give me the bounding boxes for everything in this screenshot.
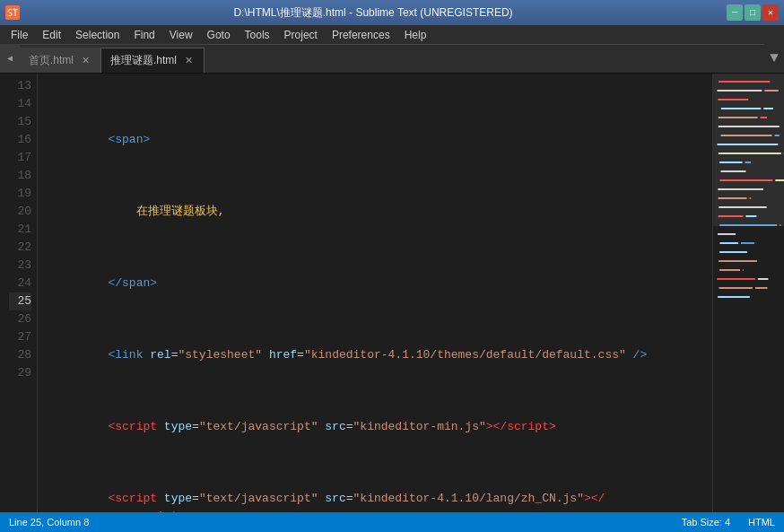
line-num-25: 25 [9, 292, 31, 310]
tab-index-label: 首页.html [29, 53, 74, 68]
code-editor[interactable]: <span> 在推理谜题板块, </span> <link rel="style… [38, 74, 712, 512]
tab-puzzle-label: 推理谜题.html [110, 53, 177, 68]
minimize-button[interactable]: ─ [727, 4, 743, 21]
line-num-21: 21 [9, 221, 31, 239]
menu-bar: File Edit Selection Find View Goto Tools… [0, 25, 784, 45]
line-num-17: 17 [9, 149, 31, 167]
menu-tools[interactable]: Tools [238, 25, 277, 44]
code-line-17: <script type="text/javascript" src="kind… [52, 418, 712, 436]
line-num-19: 19 [9, 185, 31, 203]
menu-preferences[interactable]: Preferences [325, 25, 397, 44]
menu-file[interactable]: File [4, 25, 35, 44]
code-line-15: </span> [52, 275, 712, 292]
line-num-28: 28 [9, 346, 31, 364]
menu-view[interactable]: View [162, 25, 200, 44]
tab-puzzle-close[interactable]: ✕ [182, 55, 195, 67]
minimap-canvas [713, 74, 784, 512]
line-num-15: 15 [9, 113, 31, 131]
menu-selection[interactable]: Selection [68, 25, 126, 44]
code-line-13: <span> [52, 131, 712, 149]
svg-text:ST: ST [7, 8, 18, 18]
tab-scroll-left[interactable]: ◀ [0, 44, 20, 73]
line-num-22: 22 [9, 239, 31, 257]
menu-project[interactable]: Project [277, 25, 325, 44]
menu-help[interactable]: Help [397, 25, 434, 44]
window-title: D:\HTML\推理谜题.html - Sublime Text (UNREGI… [25, 5, 721, 21]
title-bar: ST D:\HTML\推理谜题.html - Sublime Text (UNR… [0, 0, 784, 25]
tab-puzzle[interactable]: 推理谜题.html ✕ [101, 48, 205, 73]
line-num-29: 29 [9, 364, 31, 382]
maximize-button[interactable]: □ [745, 4, 761, 21]
line-num-23: 23 [9, 257, 31, 275]
tab-index-close[interactable]: ✕ [79, 54, 91, 66]
tab-dropdown[interactable]: ▼ [764, 44, 784, 73]
status-bar: Line 25, Column 8 Tab Size: 4 HTML [0, 512, 784, 532]
line-num-13: 13 [9, 77, 31, 95]
line-num-27: 27 [9, 328, 31, 346]
line-num-16: 16 [9, 131, 31, 149]
code-line-14: 在推理谜题板块, [52, 203, 712, 221]
code-content: <span> 在推理谜题板块, </span> <link rel="style… [38, 74, 712, 512]
tab-index[interactable]: 首页.html ✕ [20, 48, 101, 73]
line-num-20: 20 [9, 203, 31, 221]
menu-find[interactable]: Find [126, 25, 161, 44]
window-controls: ─ □ ✕ [727, 4, 779, 21]
tab-bar: ◀ 首页.html ✕ 推理谜题.html ✕ ▼ [0, 45, 784, 74]
line-num-14: 14 [9, 95, 31, 113]
status-right: Tab Size: 4 HTML [682, 517, 775, 528]
code-line-18: <script type="text/javascript" src="kind… [52, 490, 712, 508]
line-numbers: 13 14 15 16 17 18 19 20 21 22 23 24 25 2… [0, 74, 38, 512]
status-language: HTML [748, 517, 775, 528]
line-num-24: 24 [9, 275, 31, 292]
line-num-26: 26 [9, 310, 31, 328]
status-tab-size: Tab Size: 4 [682, 517, 730, 528]
status-position: Line 25, Column 8 [9, 517, 682, 528]
close-button[interactable]: ✕ [762, 4, 779, 21]
editor-area: 13 14 15 16 17 18 19 20 21 22 23 24 25 2… [0, 74, 784, 512]
app-icon: ST [5, 5, 20, 20]
menu-edit[interactable]: Edit [35, 25, 68, 44]
menu-goto[interactable]: Goto [200, 25, 238, 44]
minimap [712, 74, 784, 512]
code-line-16: <link rel="stylesheet" href="kindeditor-… [52, 346, 712, 364]
line-num-18: 18 [9, 167, 31, 185]
